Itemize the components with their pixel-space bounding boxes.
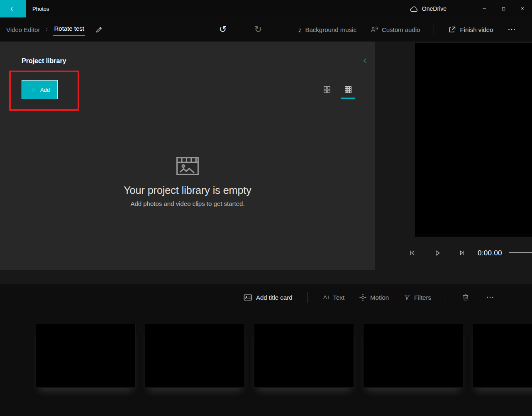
plus-icon xyxy=(29,86,37,93)
toolbar-divider xyxy=(434,24,434,35)
storyboard-section: Add title card Text Motion Filters xyxy=(0,284,532,416)
storyboard-clip[interactable] xyxy=(473,324,532,388)
undo-icon: ↺ xyxy=(219,24,227,35)
chevron-left-icon xyxy=(361,57,369,64)
pencil-icon xyxy=(95,26,103,34)
export-icon xyxy=(448,25,456,34)
view-toggle-underline xyxy=(341,98,355,99)
grid-large-icon xyxy=(322,85,332,94)
project-name-tab[interactable]: Rotate test xyxy=(53,25,85,36)
video-preview[interactable] xyxy=(415,43,532,237)
toolbar-right-group: ♪ Background music Custom audio Finish v… xyxy=(284,17,516,42)
background-music-button[interactable]: ♪ Background music xyxy=(298,26,356,34)
storyboard-clip[interactable] xyxy=(254,324,354,388)
more-options-button[interactable] xyxy=(507,25,516,34)
project-library-panel: Project library Add xyxy=(0,42,375,270)
chevron-right-icon xyxy=(44,27,49,32)
collapse-panel-button[interactable] xyxy=(359,55,371,66)
back-button[interactable] xyxy=(0,0,26,17)
close-icon xyxy=(520,6,525,11)
seek-slider[interactable] xyxy=(509,252,532,253)
next-frame-button[interactable] xyxy=(456,246,469,259)
onedrive-cloud-icon xyxy=(410,6,418,12)
add-button-label: Add xyxy=(40,87,50,93)
redo-button[interactable]: ↻ xyxy=(250,21,266,38)
playback-time: 0:00.00 xyxy=(478,249,502,257)
project-name-underline xyxy=(53,35,85,36)
add-button[interactable]: Add xyxy=(22,80,58,99)
onedrive-status[interactable]: OneDrive xyxy=(410,5,447,12)
app-title: Photos xyxy=(32,6,49,12)
background-music-label: Background music xyxy=(305,26,356,33)
finish-video-label: Finish video xyxy=(460,26,493,33)
storyboard-clip[interactable] xyxy=(36,324,136,388)
empty-library-title: Your project library is empty xyxy=(124,184,251,196)
small-grid-view-toggle[interactable] xyxy=(340,82,356,98)
minimize-icon xyxy=(482,6,487,11)
empty-library-state: Your project library is empty Add photos… xyxy=(0,154,375,207)
music-note-icon: ♪ xyxy=(298,26,302,34)
editor-toolbar: Video Editor Rotate test ↺ ↻ ♪ Backgroun… xyxy=(0,17,532,42)
storyboard-clip[interactable] xyxy=(363,324,463,388)
rename-project-button[interactable] xyxy=(95,26,103,34)
redo-icon: ↻ xyxy=(254,24,262,35)
titlebar-right: OneDrive xyxy=(410,0,532,17)
storyboard-clips xyxy=(0,284,532,416)
preview-pane: 0:00.00 xyxy=(375,42,532,284)
previous-frame-button[interactable] xyxy=(405,246,419,259)
custom-audio-button[interactable]: Custom audio xyxy=(370,25,420,34)
breadcrumb: Video Editor Rotate test xyxy=(6,17,103,42)
minimize-button[interactable] xyxy=(475,0,494,17)
storyboard-clip[interactable] xyxy=(145,324,245,388)
step-forward-icon xyxy=(459,249,466,257)
empty-library-subtitle: Add photos and video clips to get starte… xyxy=(130,200,244,207)
custom-audio-label: Custom audio xyxy=(382,26,420,33)
titlebar: Photos OneDrive xyxy=(0,0,532,17)
back-arrow-icon xyxy=(10,5,17,12)
play-button[interactable] xyxy=(431,246,444,259)
close-button[interactable] xyxy=(513,0,532,17)
large-grid-view-toggle[interactable] xyxy=(319,82,335,98)
undo-button[interactable]: ↺ xyxy=(215,21,231,38)
maximize-button[interactable] xyxy=(494,0,513,17)
ellipsis-icon xyxy=(507,25,516,34)
library-title: Project library xyxy=(22,57,66,65)
grid-small-icon xyxy=(344,85,353,94)
onedrive-label: OneDrive xyxy=(422,5,447,12)
maximize-icon xyxy=(501,7,506,11)
step-back-icon xyxy=(408,249,416,257)
project-name: Rotate test xyxy=(53,25,85,32)
custom-audio-icon xyxy=(370,25,378,34)
toolbar-divider xyxy=(284,24,284,35)
empty-library-icon xyxy=(174,154,201,178)
breadcrumb-video-editor[interactable]: Video Editor xyxy=(6,26,40,33)
finish-video-button[interactable]: Finish video xyxy=(448,25,493,34)
play-icon xyxy=(434,249,442,257)
